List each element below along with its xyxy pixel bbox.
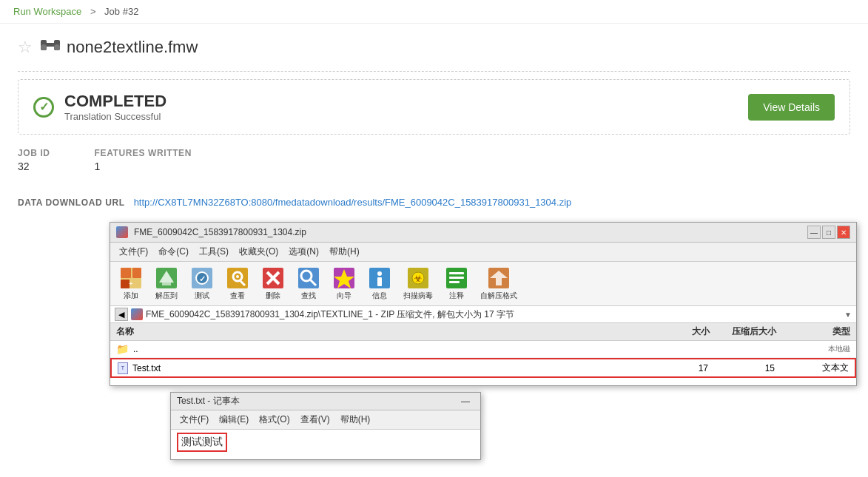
notepad-menu-edit[interactable]: 编辑(E) [215,412,253,427]
selfextract-label: 自解压格式 [480,291,517,301]
notepad-titlebar: Test.txt - 记事本 — [171,393,480,410]
winzip-toolbar: + 添加 解压到 ✓ [110,262,856,306]
view-icon [226,266,249,290]
delete-label: 删除 [266,291,280,301]
winzip-menu-file[interactable]: 文件(F) [115,244,152,260]
toolbar-info-button[interactable]: 信息 [363,265,396,302]
job-id-label: JOB ID [18,148,50,158]
svg-point-18 [236,275,239,278]
download-url-row: DATA DOWNLOAD URL http://CX8TL7MN32Z68TO… [18,197,850,208]
status-check-icon: ✓ [33,97,54,118]
file-compressed-test-txt: 15 [708,363,775,373]
winzip-minimize-button[interactable]: — [807,226,821,239]
breadcrumb: Run Workspace > Job #32 [0,0,868,24]
title-row: ☆ none2textline.fmw [18,37,850,58]
column-name-header: 名称 [116,325,650,338]
svg-rect-37 [449,281,460,283]
svg-rect-35 [449,272,464,274]
view-details-button[interactable]: View Details [748,94,835,121]
toolbar-delete-button[interactable]: 删除 [257,265,289,302]
column-size-header: 大小 [650,325,710,338]
svg-rect-6 [121,268,131,278]
notepad-content: 测试测试 [171,430,480,459]
title-divider [18,71,850,72]
notepad-menu-view[interactable]: 查看(V) [296,412,334,427]
breadcrumb-separator: > [90,6,96,17]
winzip-window: FME_6009042C_1583917800931_1304.zip — □ … [110,222,857,386]
toolbar-view-button[interactable]: 查看 [221,265,254,302]
status-card: ✓ COMPLETED Translation Successful View … [18,79,850,135]
toolbar-selfextract-button[interactable]: 自解压格式 [476,265,522,302]
file-row-test-txt[interactable]: T Test.txt 17 15 文本文 [110,358,856,378]
svg-text:☣: ☣ [414,273,423,284]
winzip-restore-button[interactable]: □ [822,226,835,239]
file-type-parent: 本地磁 [776,344,850,354]
toolbar-add-button[interactable]: + 添加 [115,265,147,302]
features-written-item: FEATURES WRITTEN 1 [95,148,192,173]
extract-label: 解压到 [155,291,178,301]
breadcrumb-job: Job #32 [104,6,138,17]
txt-file-icon: T [118,362,128,374]
address-bar-zip-icon [131,308,143,320]
file-name-text: .. [133,344,138,354]
winzip-filelist: 📁 .. 本地磁 T Test.txt 17 15 文本文 [110,341,856,385]
virus-scan-label: 扫描病毒 [403,291,433,301]
download-url-link[interactable]: http://CX8TL7MN32Z68TO:8080/fmedatadownl… [134,197,572,208]
winzip-close-button[interactable]: ✕ [837,226,850,239]
winzip-app-icon [116,226,128,238]
toolbar-comment-button[interactable]: 注释 [440,265,473,302]
notepad-title-text: Test.txt - 记事本 [177,395,240,407]
workspace-title: none2textline.fmw [67,38,198,57]
breadcrumb-run-workspace[interactable]: Run Workspace [13,6,81,17]
main-content: ☆ none2textline.fmw ✓ COMPLETED Translat… [0,24,868,221]
address-bar-path: FME_6009042C_1583917800931_1304.zip\TEXT… [146,308,841,321]
notepad-menu-file[interactable]: 文件(F) [175,412,213,427]
winzip-menubar: 文件(F) 命令(C) 工具(S) 收藏夹(O) 选项(N) 帮助(H) [110,243,856,262]
toolbar-extract-button[interactable]: 解压到 [150,265,183,302]
toolbar-wizard-button[interactable]: 向导 [328,265,360,302]
add-label: 添加 [124,291,138,301]
view-label: 查看 [230,291,245,301]
svg-rect-12 [162,283,171,285]
wizard-label: 向导 [337,291,351,301]
file-row-parent[interactable]: 📁 .. 本地磁 [110,341,856,358]
status-left: ✓ COMPLETED Translation Successful [33,92,166,122]
status-text: COMPLETED Translation Successful [64,92,166,122]
winzip-menu-favorites[interactable]: 收藏夹(O) [235,244,283,260]
download-url-label: DATA DOWNLOAD URL [18,197,125,208]
toolbar-virus-scan-button[interactable]: ☣ 扫描病毒 [399,265,437,302]
svg-rect-30 [377,277,382,286]
svg-rect-7 [132,268,141,278]
svg-point-4 [54,44,60,50]
folder-icon: 📁 [116,343,129,355]
status-sub: Translation Successful [64,111,166,122]
notepad-minimize-button[interactable]: — [457,396,474,407]
winzip-menu-help[interactable]: 帮助(H) [325,244,364,260]
address-bar-dropdown-icon[interactable]: ▼ [844,311,852,319]
wizard-icon [332,266,356,290]
svg-point-3 [41,44,47,50]
winzip-menu-command[interactable]: 命令(C) [154,244,193,260]
winzip-menu-tools[interactable]: 工具(S) [195,244,233,260]
winzip-menu-options[interactable]: 选项(N) [284,244,323,260]
file-name-parent: 📁 .. [116,343,650,355]
toolbar-find-button[interactable]: 查找 [292,265,325,302]
svg-text:✓: ✓ [199,274,206,283]
winzip-window-controls: — □ ✕ [807,226,850,239]
notepad-window: Test.txt - 记事本 — 文件(F) 编辑(E) 格式(O) 查看(V)… [170,392,481,460]
comment-label: 注释 [449,291,464,301]
svg-point-29 [377,271,382,276]
notepad-menu-help[interactable]: 帮助(H) [336,412,375,427]
add-icon: + [119,266,143,290]
address-bar-back-button[interactable]: ◀ [115,308,128,321]
job-id-item: JOB ID 32 [18,148,50,173]
notepad-menu-format[interactable]: 格式(O) [255,412,294,427]
favorite-star-icon[interactable]: ☆ [18,38,33,57]
toolbar-test-button[interactable]: ✓ 测试 [186,265,218,302]
file-type-test-txt: 文本文 [775,362,849,374]
info-grid: JOB ID 32 FEATURES WRITTEN 1 [18,148,850,185]
winzip-titlebar: FME_6009042C_1583917800931_1304.zip — □ … [110,223,856,243]
find-label: 查找 [301,291,316,301]
svg-rect-2 [47,43,54,47]
test-icon: ✓ [190,266,214,290]
